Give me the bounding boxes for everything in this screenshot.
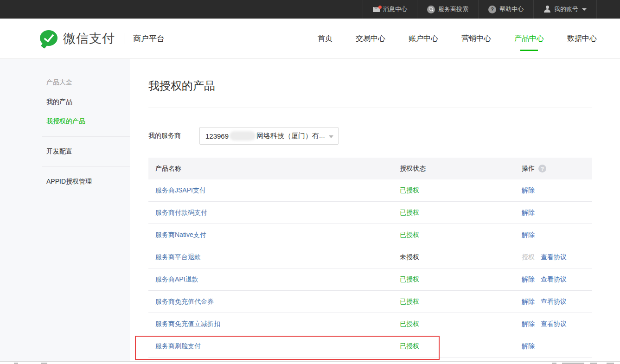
- table-row: 服务商免充值代金券 已授权 解除查看协议: [148, 291, 592, 313]
- status-badge: 已授权: [400, 231, 419, 238]
- chevron-down-icon: [582, 8, 587, 11]
- sidebar: 产品大全 我的产品我授权的产品开发配置APPID授权管理: [0, 59, 130, 361]
- service-provider-select[interactable]: 123969 网络科技（厦门）有...: [199, 127, 339, 145]
- revoke-link[interactable]: 解除: [522, 275, 535, 284]
- revoke-link[interactable]: 解除: [522, 320, 535, 328]
- brand[interactable]: 微信支付 商户平台: [40, 30, 165, 47]
- sidebar-item-label: 我授权的产品: [46, 117, 85, 126]
- status-badge: 已授权: [400, 209, 419, 216]
- product-link[interactable]: 服务商平台退款: [155, 253, 201, 261]
- table-row: 服务商JSAPI支付 已授权 解除: [148, 179, 592, 202]
- status-badge: 已授权: [400, 298, 419, 305]
- revoke-link[interactable]: 解除: [522, 298, 535, 306]
- view-agreement-link[interactable]: 查看协议: [541, 298, 567, 306]
- sidebar-item[interactable]: 我授权的产品: [0, 112, 130, 131]
- service-provider-label: 我的服务商: [148, 132, 199, 140]
- table-row: 服务商Native支付 已授权 解除: [148, 224, 592, 246]
- sidebar-item[interactable]: 我的产品: [0, 92, 130, 112]
- topbar-item-label: 消息中心: [383, 5, 407, 13]
- nav-item-label: 营销中心: [461, 34, 491, 42]
- revoke-link[interactable]: 解除: [522, 186, 535, 195]
- message-icon: [373, 7, 380, 12]
- status-badge: 已授权: [400, 186, 419, 194]
- product-link[interactable]: 服务商API退款: [155, 275, 198, 283]
- help-icon: [488, 6, 496, 13]
- bottom-edge-artifact: [0, 361, 620, 364]
- column-header-product: 产品名称: [148, 165, 400, 173]
- topbar-item[interactable]: 消息中心: [363, 0, 417, 19]
- topbar-item[interactable]: 服务商搜索: [417, 0, 478, 19]
- revoke-link[interactable]: 解除: [522, 231, 535, 239]
- nav-item[interactable]: 交易中心: [356, 31, 385, 46]
- status-badge: 未授权: [400, 253, 419, 261]
- sidebar-divider: [42, 136, 130, 137]
- nav-item-label: 交易中心: [356, 34, 385, 42]
- sidebar-item[interactable]: APPID授权管理: [0, 172, 130, 192]
- authorize-link: 授权: [522, 253, 535, 262]
- sidebar-item[interactable]: 开发配置: [0, 142, 130, 161]
- view-agreement-link[interactable]: 查看协议: [541, 275, 567, 284]
- select-caret-icon: [329, 135, 333, 138]
- table-row: 服务商平台退款 未授权 授权查看协议: [148, 246, 592, 268]
- sidebar-item-label: APPID授权管理: [46, 178, 92, 186]
- nav-item[interactable]: 营销中心: [461, 31, 491, 46]
- topbar-item-label: 服务商搜索: [438, 5, 468, 13]
- nav-item[interactable]: 账户中心: [409, 31, 438, 46]
- status-badge: 已授权: [400, 342, 419, 350]
- product-link[interactable]: 服务商刷脸支付: [155, 342, 201, 350]
- table-row: 服务商API退款 已授权 解除查看协议: [148, 268, 592, 291]
- table-row: 服务商免充值立减折扣 已授权 解除查看协议: [148, 313, 592, 335]
- nav-item[interactable]: 首页: [318, 31, 332, 46]
- topbar-item[interactable]: 我的账号: [533, 0, 597, 19]
- sidebar-item-label: 我的产品: [46, 98, 72, 106]
- title-divider: [148, 108, 592, 108]
- topbar-item[interactable]: 帮助中心: [478, 0, 533, 19]
- status-badge: 已授权: [400, 275, 419, 283]
- wechat-pay-logo-icon: [40, 30, 58, 47]
- product-link[interactable]: 服务商JSAPI支付: [155, 186, 206, 194]
- product-link[interactable]: 服务商Native支付: [155, 231, 206, 238]
- nav-item-label: 数据中心: [567, 34, 597, 42]
- user-icon: [543, 6, 551, 13]
- nav-item[interactable]: 产品中心: [514, 31, 544, 46]
- topbar: 消息中心 服务商搜索 帮助中心 我的账号: [0, 0, 620, 19]
- products-table: 产品名称 授权状态 操作 ? 服务商JSAPI支付 已授权 解除 服务商付款码支…: [148, 158, 592, 358]
- unread-badge: [378, 6, 382, 9]
- service-provider-row: 我的服务商 123969 网络科技（厦门）有...: [148, 127, 592, 145]
- page-title: 我授权的产品: [148, 78, 592, 93]
- sidebar-section-title: 产品大全: [0, 73, 130, 92]
- view-agreement-link[interactable]: 查看协议: [541, 320, 567, 328]
- product-link[interactable]: 服务商付款码支付: [155, 209, 207, 216]
- topbar-item-label: 我的账号: [554, 5, 578, 13]
- product-link[interactable]: 服务商免充值立减折扣: [155, 320, 220, 327]
- nav-item-label: 首页: [318, 34, 332, 42]
- sidebar-divider: [42, 166, 130, 167]
- header: 微信支付 商户平台 首页交易中心账户中心营销中心产品中心数据中心: [0, 19, 620, 59]
- table-row: 服务商付款码支付 已授权 解除: [148, 202, 592, 224]
- table-header: 产品名称 授权状态 操作 ?: [148, 158, 592, 179]
- main-content: 我授权的产品 我的服务商 123969 网络科技（厦门）有... 产品名称 授权…: [130, 59, 620, 361]
- topbar-item-label: 帮助中心: [499, 5, 524, 13]
- revoke-link[interactable]: 解除: [522, 209, 535, 217]
- nav-item[interactable]: 数据中心: [567, 31, 597, 46]
- product-link[interactable]: 服务商免充值代金券: [155, 298, 214, 305]
- page-body: 产品大全 我的产品我授权的产品开发配置APPID授权管理 我授权的产品 我的服务…: [0, 59, 620, 361]
- nav-item-label: 账户中心: [409, 34, 438, 42]
- help-circle-icon[interactable]: ?: [538, 165, 546, 172]
- brand-name: 微信支付: [63, 30, 115, 47]
- search-icon: [427, 6, 435, 13]
- sidebar-item-label: 开发配置: [46, 147, 72, 156]
- redacted-blur: [230, 131, 256, 140]
- table-row: 服务商刷脸支付 已授权 解除: [148, 335, 592, 358]
- nav-item-label: 产品中心: [514, 34, 544, 42]
- view-agreement-link[interactable]: 查看协议: [541, 253, 567, 262]
- column-header-status: 授权状态: [400, 165, 522, 173]
- portal-name: 商户平台: [133, 33, 165, 44]
- service-provider-value-prefix: 123969: [205, 132, 229, 140]
- main-nav: 首页交易中心账户中心营销中心产品中心数据中心: [318, 31, 597, 46]
- column-header-operation: 操作: [522, 165, 535, 173]
- status-badge: 已授权: [400, 320, 419, 327]
- brand-divider: [124, 32, 124, 45]
- service-provider-value-suffix: 网络科技（厦门）有...: [256, 132, 325, 140]
- revoke-link[interactable]: 解除: [522, 342, 535, 351]
